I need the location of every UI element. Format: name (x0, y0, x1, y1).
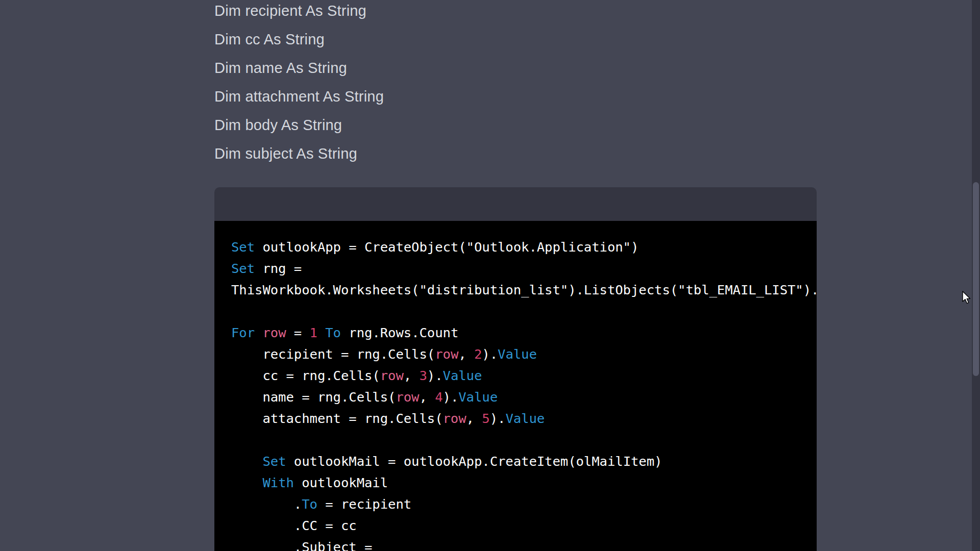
code-line: attachment = rng.Cells(row, 5).Value (231, 408, 804, 429)
code-line: Set outlookMail = outlookApp.CreateItem(… (231, 450, 804, 472)
code-editor-content[interactable]: Set outlookApp = CreateObject("Outlook.A… (214, 221, 817, 551)
code-line: .Subject = (231, 536, 804, 551)
prose-line: Dim subject As String (214, 139, 384, 168)
scrollbar-track[interactable] (972, 0, 980, 551)
code-line: .To = recipient (231, 493, 804, 515)
code-line (231, 300, 804, 322)
code-line: ThisWorkbook.Worksheets("distribution_li… (231, 279, 804, 300)
prose-line: Dim name As String (214, 54, 384, 82)
code-line: cc = rng.Cells(row, 3).Value (231, 365, 804, 386)
code-line: With outlookMail (231, 472, 804, 493)
code-line: For row = 1 To rng.Rows.Count (231, 322, 804, 343)
code-line: recipient = rng.Cells(row, 2).Value (231, 343, 804, 365)
code-block-header (214, 187, 817, 221)
scrollbar-thumb[interactable] (973, 182, 979, 376)
prose-line: Dim recipient As String (214, 0, 384, 25)
code-line (231, 429, 804, 450)
prose-line: Dim cc As String (214, 25, 384, 54)
code-line: .CC = cc (231, 515, 804, 536)
code-line: Set outlookApp = CreateObject("Outlook.A… (231, 236, 804, 258)
prose-line: Dim attachment As String (214, 82, 384, 111)
code-line: Set rng = (231, 258, 804, 279)
assistant-message-text: Dim recipient As String Dim cc As String… (214, 0, 384, 168)
code-line: name = rng.Cells(row, 4).Value (231, 386, 804, 408)
prose-line: Dim body As String (214, 111, 384, 139)
code-block: Set outlookApp = CreateObject("Outlook.A… (214, 187, 817, 551)
